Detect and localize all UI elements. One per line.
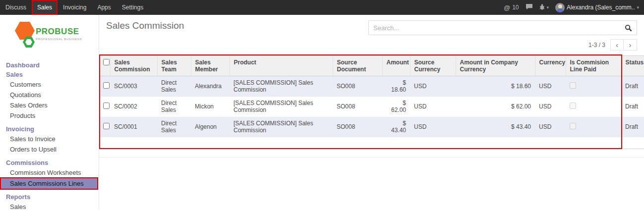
cell-product[interactable]: [SALES COMMISSION] Sales Commission (230, 117, 333, 137)
top-menu-sales[interactable]: Sales (32, 0, 58, 15)
row-select-checkbox[interactable] (103, 82, 110, 89)
search-icon[interactable] (625, 24, 632, 32)
sidebar-heading-invoicing[interactable]: Invoicing (0, 124, 99, 134)
sidebar-item-sales-to-invoice[interactable]: Sales to Invoice (0, 134, 99, 144)
user-menu-label: Alexandra (Sales_comm.. (567, 4, 635, 11)
nav-group-invoicing: Invoicing Sales to Invoice Orders to Ups… (0, 124, 99, 155)
cell-sales-commission[interactable]: SC/0003 (110, 76, 157, 97)
mention-icon: @ (504, 4, 510, 11)
col-status[interactable]: Status (621, 56, 644, 76)
messages-button[interactable] (526, 3, 533, 11)
col-source-document[interactable]: Source Document (333, 56, 382, 76)
sidebar-item-commission-worksheets[interactable]: Commission Worksheets (0, 167, 99, 178)
sidebar: PROBUSE PROFESSIONAL BUSINESS Dashboard … (0, 15, 99, 210)
sidebar-item-customers[interactable]: Customers (0, 79, 99, 90)
search-input[interactable] (373, 24, 625, 32)
row-select-cell (99, 117, 110, 137)
col-is-commission-line-paid[interactable]: Is Commision Line Paid (566, 56, 621, 76)
cell-currency[interactable]: USD (535, 76, 566, 97)
col-product[interactable]: Product (230, 56, 333, 76)
col-amount-company-currency[interactable]: Amount in Company Currency (456, 56, 535, 76)
page-title: Sales Commission (106, 20, 184, 31)
probuse-logo: PROBUSE PROFESSIONAL BUSINESS (0, 15, 99, 60)
cell-sales-commission[interactable]: SC/0002 (110, 97, 157, 117)
cell-sales-team[interactable]: Direct Sales (157, 76, 191, 97)
cell-is-paid (566, 97, 621, 117)
table-zone: Sales Commission Sales Team Sales Member… (99, 55, 644, 149)
cell-source-currency[interactable]: USD (410, 76, 456, 97)
cell-is-paid (566, 117, 621, 137)
cell-is-paid (566, 76, 621, 97)
row-select-checkbox[interactable] (103, 123, 110, 129)
cell-sales-team[interactable]: Direct Sales (157, 97, 191, 117)
cell-amount[interactable]: $ 62.00 (382, 97, 410, 117)
cell-amount-company-currency[interactable]: $ 18.60 (456, 76, 535, 97)
pager: 1-3 / 3 ‹ › (99, 35, 644, 55)
cell-currency[interactable]: USD (535, 97, 566, 117)
control-panel: Sales Commission (99, 15, 644, 35)
top-menu-settings-label: Settings (122, 4, 143, 11)
row-select-checkbox[interactable] (103, 103, 110, 109)
user-menu[interactable]: Alexandra (Sales_comm.. ▾ (555, 3, 639, 12)
cell-sales-member[interactable]: Mickon (191, 97, 230, 117)
sidebar-item-reports-sales[interactable]: Sales (0, 202, 99, 210)
pager-next-button[interactable]: › (624, 39, 637, 51)
topbar-right: @ 10 ▾ Alexandra (Sales_comm.. ▾ (504, 0, 644, 15)
logo-brand-text: PROBUSE (36, 27, 82, 37)
col-amount[interactable]: Amount (382, 56, 410, 76)
sidebar-heading-reports[interactable]: Reports (0, 192, 99, 202)
cell-product[interactable]: [SALES COMMISSION] Sales Commission (230, 76, 333, 97)
sidebar-item-sales-orders[interactable]: Sales Orders (0, 100, 99, 110)
sidebar-heading-commissions[interactable]: Commissions (0, 158, 99, 167)
cell-amount[interactable]: $ 43.40 (382, 117, 410, 137)
top-menu-discuss[interactable]: Discuss (0, 0, 32, 15)
col-source-currency[interactable]: Source Currency (410, 56, 456, 76)
sidebar-item-quotations[interactable]: Quotations (0, 90, 99, 100)
pager-prev-button[interactable]: ‹ (610, 39, 624, 51)
sidebar-item-orders-to-upsell[interactable]: Orders to Upsell (0, 144, 99, 155)
col-sales-commission[interactable]: Sales Commission (110, 56, 157, 76)
select-all-checkbox[interactable] (103, 59, 110, 65)
chevron-down-icon: ▾ (637, 5, 639, 10)
cell-sales-team[interactable]: Direct Sales (157, 117, 191, 137)
top-menu-invoicing-label: Invoicing (63, 4, 86, 11)
chat-icon (526, 3, 533, 11)
cell-sales-commission[interactable]: SC/0001 (110, 117, 157, 137)
table-row[interactable]: SC/0002 Direct Sales Mickon [SALES COMMI… (99, 97, 644, 117)
cell-source-document[interactable]: SO008 (333, 97, 382, 117)
sidebar-item-sales-commissions-lines[interactable]: Sales Commissions Lines (1, 178, 97, 189)
col-sales-member[interactable]: Sales Member (191, 56, 230, 76)
sidebar-item-products[interactable]: Products (0, 110, 99, 121)
logo-magnifier-tail (11, 25, 15, 29)
logo-words: PROBUSE PROFESSIONAL BUSINESS (36, 27, 82, 41)
cell-status[interactable]: Draft (621, 97, 644, 117)
col-sales-team[interactable]: Sales Team (157, 56, 191, 76)
sidebar-item-dashboard[interactable]: Dashboard (0, 60, 99, 70)
cell-product[interactable]: [SALES COMMISSION] Sales Commission (230, 97, 333, 117)
cell-source-document[interactable]: SO008 (333, 117, 382, 137)
col-currency[interactable]: Currency (535, 56, 566, 76)
cell-amount[interactable]: $ 18.60 (382, 76, 410, 97)
cell-sales-member[interactable]: Algenon (191, 117, 230, 137)
nav-group-reports: Reports Sales (0, 192, 99, 210)
top-menu-apps-label: Apps (97, 4, 111, 11)
pager-buttons: ‹ › (610, 39, 637, 51)
top-menu-invoicing[interactable]: Invoicing (58, 0, 92, 15)
cell-status[interactable]: Draft (621, 76, 644, 97)
cell-amount-company-currency[interactable]: $ 62.00 (456, 97, 535, 117)
cell-amount-company-currency[interactable]: $ 43.40 (456, 117, 535, 137)
cell-source-currency[interactable]: USD (410, 117, 456, 137)
cell-currency[interactable]: USD (535, 117, 566, 137)
cell-status[interactable]: Draft (621, 117, 644, 137)
cell-source-document[interactable]: SO008 (333, 76, 382, 97)
sidebar-heading-sales[interactable]: Sales (0, 70, 99, 79)
top-menu-apps[interactable]: Apps (92, 0, 116, 15)
mentions-button[interactable]: @ 10 (504, 4, 519, 11)
cell-sales-member[interactable]: Alexandra (191, 76, 230, 97)
debug-menu-button[interactable]: ▾ (539, 3, 549, 11)
cell-source-currency[interactable]: USD (410, 97, 456, 117)
top-menu-settings[interactable]: Settings (117, 0, 149, 15)
table-row[interactable]: SC/0001 Direct Sales Algenon [SALES COMM… (99, 117, 644, 137)
table-row[interactable]: SC/0003 Direct Sales Alexandra [SALES CO… (99, 76, 644, 97)
row-select-cell (99, 97, 110, 117)
